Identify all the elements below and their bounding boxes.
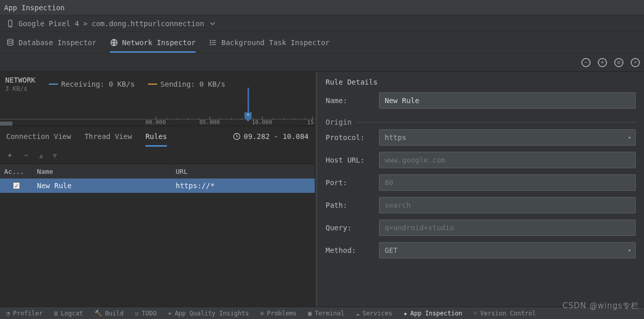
tool-services[interactable]: ☁ Services <box>356 310 392 317</box>
tool-version-control[interactable]: ⑂ Version Control <box>473 310 536 317</box>
tool-quality[interactable]: ✶ App Quality Insights <box>168 310 249 317</box>
timeline-axis[interactable]: 00.00005.00010.00015. <box>0 112 315 126</box>
main-split: NETWORK 3 KB/s Receiving: 0 KB/s Sending… <box>0 72 644 307</box>
tool-profiler[interactable]: ◔ Profiler <box>6 310 43 317</box>
database-icon <box>6 38 14 47</box>
tool-terminal[interactable]: ▣ Terminal <box>308 310 345 317</box>
port-field-label: Port: <box>326 178 372 187</box>
app-title: App Inspection <box>4 4 65 12</box>
chevron-down-icon: ▾ <box>628 247 631 254</box>
tab-connection-view[interactable]: Connection View <box>6 126 71 147</box>
svg-point-9 <box>210 44 211 45</box>
tab-background-task-inspector[interactable]: Background Task Inspector <box>209 32 330 53</box>
svg-point-2 <box>8 39 13 41</box>
origin-group-label: Origin <box>326 118 352 126</box>
inspector-tabs: Database Inspector Network Inspector Bac… <box>0 32 644 53</box>
tool-app-inspection[interactable]: ★ App Inspection <box>404 310 462 317</box>
reset-zoom-button[interactable]: ⊘ <box>614 58 623 67</box>
rule-name-input[interactable]: New Rule <box>379 92 636 109</box>
left-pane: NETWORK 3 KB/s Receiving: 0 KB/s Sending… <box>0 72 315 307</box>
toolbar-right: − + ⊘ ⌕ <box>0 53 644 72</box>
sending-legend-icon <box>148 84 157 85</box>
tab-network-inspector[interactable]: Network Inspector <box>110 32 196 53</box>
tab-database-label: Database Inspector <box>18 38 97 47</box>
chevron-down-icon[interactable] <box>209 19 217 28</box>
network-graph-scale: 3 KB/s <box>5 85 35 92</box>
tool-todo[interactable]: ☑ TODO <box>135 310 157 317</box>
breadcrumb-device: Google Pixel 4 <box>18 19 79 28</box>
zoom-in-button[interactable]: + <box>598 58 607 67</box>
path-field-label: Path: <box>326 201 372 209</box>
receiving-legend-icon <box>49 84 58 85</box>
rule-url-cell: https://* <box>172 178 315 193</box>
time-range: 09.282 - 10.084 <box>233 132 309 141</box>
tab-database-inspector[interactable]: Database Inspector <box>6 32 97 53</box>
table-row[interactable]: ✓ New Rule https://* <box>0 178 315 193</box>
tab-thread-view[interactable]: Thread View <box>84 126 132 147</box>
app-root: App Inspection Google Pixel 4 > com.dong… <box>0 0 644 319</box>
list-icon <box>209 38 217 47</box>
path-input[interactable] <box>379 197 636 213</box>
tool-problems[interactable]: ⊘ Problems <box>260 310 297 317</box>
remove-rule-button[interactable]: － <box>23 151 30 160</box>
chevron-down-icon: ▾ <box>628 134 631 141</box>
network-graph-title: NETWORK <box>5 76 35 84</box>
zoom-selection-button[interactable]: ⌕ <box>631 58 640 67</box>
rules-table: Ac... Name URL ✓ New Rule https://* <box>0 164 315 307</box>
rule-active-checkbox[interactable]: ✓ <box>13 182 20 189</box>
query-field-label: Query: <box>326 224 372 232</box>
breadcrumb-sep: > <box>83 19 87 28</box>
time-range-label: 09.282 - 10.084 <box>244 132 309 141</box>
zoom-out-button[interactable]: − <box>581 58 591 67</box>
rules-toolbar: ＋ － ▲ ▼ <box>0 147 315 164</box>
view-tabs: Connection View Thread View Rules 09.282… <box>0 126 315 147</box>
host-url-input[interactable] <box>379 152 636 168</box>
col-header-name[interactable]: Name <box>33 164 172 178</box>
protocol-value: https <box>385 133 406 142</box>
protocol-field-label: Protocol: <box>326 133 372 142</box>
move-rule-down-button[interactable]: ▼ <box>52 151 56 160</box>
query-input[interactable] <box>379 220 636 236</box>
rules-table-header: Ac... Name URL <box>0 164 315 178</box>
tool-logcat[interactable]: ≣ Logcat <box>54 310 83 317</box>
move-rule-up-button[interactable]: ▲ <box>39 151 43 160</box>
receiving-legend-label: Receiving: 0 KB/s <box>61 80 135 88</box>
tool-build[interactable]: 🔨 Build <box>94 310 124 317</box>
title-bar: App Inspection <box>0 0 644 15</box>
host-field-label: Host URL: <box>326 156 372 164</box>
device-breadcrumb[interactable]: Google Pixel 4 > com.dong.httpurlconnect… <box>0 15 644 32</box>
method-field-label: Method: <box>326 246 372 254</box>
timeline-overview-thumb[interactable] <box>0 122 12 126</box>
sending-legend-label: Sending: 0 KB/s <box>160 80 225 88</box>
phone-icon <box>6 19 14 28</box>
svg-point-7 <box>210 40 211 41</box>
name-field-label: Name: <box>326 96 372 105</box>
add-rule-button[interactable]: ＋ <box>6 151 13 160</box>
tab-task-label: Background Task Inspector <box>221 38 330 47</box>
rule-details-pane: Rule Details Name: New Rule Origin Proto… <box>317 72 644 307</box>
clock-icon <box>233 132 241 141</box>
network-graph[interactable]: NETWORK 3 KB/s Receiving: 0 KB/s Sending… <box>0 72 315 126</box>
breadcrumb-process: com.dong.httpurlconnection <box>91 19 204 28</box>
tab-rules[interactable]: Rules <box>145 126 167 147</box>
bottom-tool-bar: ◔ Profiler ≣ Logcat 🔨 Build ☑ TODO ✶ App… <box>0 307 644 319</box>
method-select[interactable]: GET ▾ <box>379 242 636 258</box>
rule-details-title: Rule Details <box>317 72 644 89</box>
divider <box>357 122 636 123</box>
svg-point-8 <box>210 42 211 43</box>
col-header-active[interactable]: Ac... <box>0 164 33 178</box>
rule-name-cell: New Rule <box>33 178 172 193</box>
col-header-url[interactable]: URL <box>172 164 315 178</box>
tab-network-label: Network Inspector <box>122 38 196 47</box>
method-value: GET <box>385 246 397 254</box>
port-input[interactable] <box>379 174 636 191</box>
globe-icon <box>110 38 118 47</box>
protocol-select[interactable]: https ▾ <box>379 129 636 146</box>
